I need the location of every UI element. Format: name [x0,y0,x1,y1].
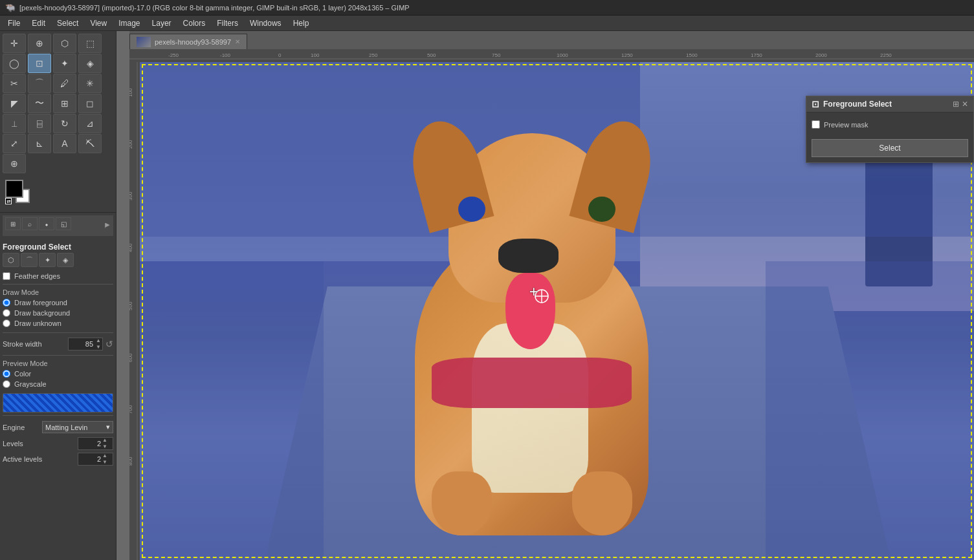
tool-options-panel: ⊞ ⌕ ⬥ ◱ ⯈ Foreground Select ⬡ ⌒ ✦ ◈ Feat… [0,212,116,560]
svg-text:600: 600 [129,353,133,362]
feather-edges-checkbox[interactable] [3,272,10,280]
options-tab-1[interactable]: ⌕ [22,217,38,230]
tool-rotate[interactable]: ↻ [53,114,76,133]
fg-select-dialog: ⊡ Foreground Select ⊞ ✕ Preview mask Sel… [806,96,974,163]
levels-down[interactable]: ▼ [101,444,109,450]
tool-rect-select[interactable]: ⬚ [78,34,102,53]
stroke-width-up[interactable]: ▲ [94,338,102,344]
preview-color-row: Color [3,369,113,379]
blue-overlay-left [140,261,324,560]
menu-edit[interactable]: Edit [27,17,50,29]
menu-filters[interactable]: Filters [212,17,243,29]
tool-heal[interactable]: ✳ [78,74,102,93]
tool-scissors[interactable]: ✂ [3,74,26,93]
tool-transform[interactable]: ⊾ [28,134,51,153]
tool-bucket-fill[interactable]: ◤ [3,94,26,113]
draw-background-label: Draw background [14,309,70,317]
draw-unknown-radio[interactable] [3,319,10,327]
tool-color-pick[interactable]: ⛏ [78,134,102,153]
svg-text:1750: 1750 [751,52,762,58]
tool-by-color[interactable]: ◈ [78,54,102,73]
canvas-tab-0[interactable]: pexels-hnoody93-58997 ✕ [129,34,247,49]
tool-text[interactable]: A [53,134,76,153]
svg-text:-250: -250 [168,52,179,58]
menu-windows[interactable]: Windows [245,17,287,29]
options-tab-0[interactable]: ⊞ [5,217,21,230]
preview-grayscale-radio[interactable] [3,380,10,388]
swap-colors-button[interactable]: ⇄ [5,198,12,204]
svg-text:400: 400 [129,243,133,252]
tool-paint[interactable]: 🖊 [53,74,76,93]
mode-btn-fuzzy[interactable]: ✦ [39,253,56,267]
tool-move[interactable]: ✛ [3,34,26,53]
svg-text:1250: 1250 [621,52,633,58]
tool-magnify[interactable]: ⊕ [3,154,26,173]
mode-btn-paths[interactable]: ⌒ [21,253,38,267]
menu-image[interactable]: Image [113,17,145,29]
dialog-title-icon: ⊡ [812,99,819,109]
engine-select[interactable]: Matting Levin ▾ [42,421,113,433]
dialog-title-text: Foreground Select [823,100,892,109]
active-levels-up[interactable]: ▲ [101,453,109,459]
menu-file[interactable]: File [3,17,25,29]
active-levels-input[interactable] [78,455,101,463]
menu-colors[interactable]: Colors [178,17,211,29]
draw-background-radio[interactable] [3,309,10,317]
draw-background-row: Draw background [3,308,113,318]
tool-fg-select[interactable]: ⊡ [28,54,51,73]
menu-help[interactable]: Help [288,17,315,29]
gimp-icon: 🐃 [5,3,16,12]
tool-ellipse-select[interactable]: ◯ [3,54,26,73]
options-tab-2[interactable]: ⬥ [39,217,54,230]
stroke-width-reset[interactable]: ↺ [105,339,113,349]
tool-align[interactable]: ⊕ [28,34,51,53]
dialog-body: Preview mask [806,113,973,136]
mode-buttons: ⬡ ⌒ ✦ ◈ [3,253,113,267]
foreground-color-swatch[interactable] [5,180,23,198]
preview-color-radio[interactable] [3,370,10,378]
tool-perspective[interactable]: ⟂ [3,114,26,133]
feather-edges-row: Feather edges [3,271,113,281]
select-button[interactable]: Select [812,139,968,157]
tool-paths[interactable]: ⌒ [28,74,51,93]
tool-scale[interactable]: ⤢ [3,134,26,153]
tool-crop[interactable]: ⌸ [28,114,51,133]
mode-btn-color[interactable]: ◈ [57,253,74,267]
active-levels-spinbox: ▲ ▼ [78,453,113,466]
options-tab-3[interactable]: ◱ [56,217,71,230]
tool-free-select[interactable]: ⬡ [53,34,76,53]
mode-btn-free[interactable]: ⬡ [3,253,19,267]
menu-select[interactable]: Select [52,17,83,29]
corgi-ear-right [570,114,661,233]
menu-layer[interactable]: Layer [147,17,177,29]
menu-view[interactable]: View [85,17,112,29]
stroke-width-input[interactable] [69,340,94,348]
stroke-width-label: Stroke width [3,340,42,348]
tool-shear[interactable]: ⊿ [78,114,102,133]
svg-text:0: 0 [278,52,282,58]
stroke-width-down[interactable]: ▼ [94,344,102,350]
tool-erase[interactable]: ◻ [78,94,102,113]
levels-input[interactable] [78,440,101,447]
svg-text:700: 700 [129,405,133,414]
preview-mask-checkbox[interactable] [812,120,820,129]
tool-smudge[interactable]: 〜 [28,94,51,113]
active-levels-arrows: ▲ ▼ [101,453,109,466]
svg-text:300: 300 [129,191,133,200]
options-expand[interactable]: ⯈ [105,222,111,229]
tab-close-icon[interactable]: ✕ [235,38,240,45]
corgi-tongue [505,273,555,349]
preview-color-label: Color [14,370,31,378]
tool-fuzzy-select[interactable]: ✦ [53,54,76,73]
levels-up[interactable]: ▲ [101,437,109,444]
svg-text:250: 250 [369,52,378,58]
dialog-close-icon[interactable]: ✕ [962,100,968,109]
levels-spinbox: ▲ ▼ [78,437,113,450]
feather-edges-label: Feather edges [14,272,60,280]
draw-foreground-radio[interactable] [3,299,10,307]
stroke-width-spinbox: ▲ ▼ [68,338,103,350]
tool-clone[interactable]: ⊞ [53,94,76,113]
svg-text:100: 100 [129,88,133,97]
dialog-detach-icon[interactable]: ⊞ [953,100,959,109]
active-levels-down[interactable]: ▼ [101,459,109,466]
